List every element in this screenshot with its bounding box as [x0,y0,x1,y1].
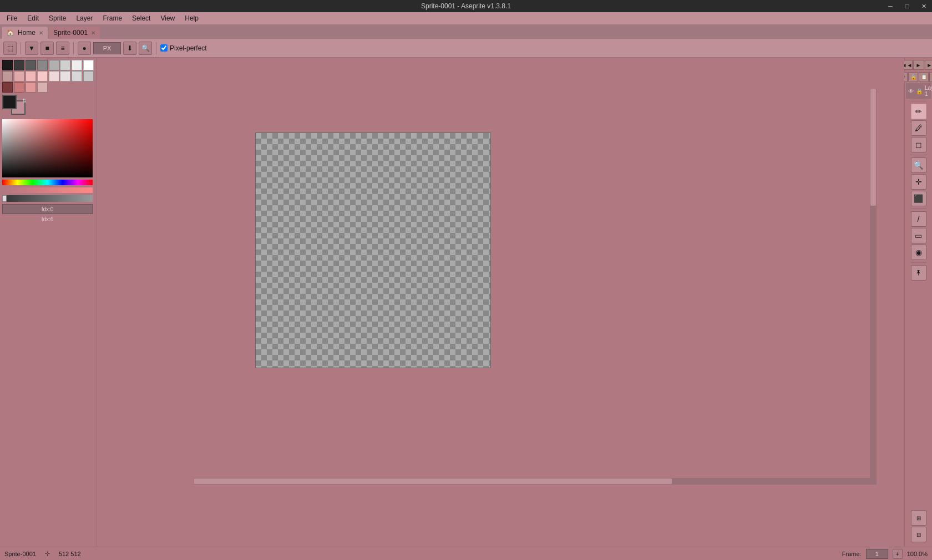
value-gradient [2,119,93,177]
swatch-11[interactable] [37,71,48,82]
preview-btn[interactable]: ⊟ [911,527,926,542]
menu-select[interactable]: Select [128,13,155,23]
color-picker-area: Idx:0 Idx:6 [0,117,97,547]
menu-sprite[interactable]: Sprite [44,13,70,23]
tool-brush[interactable]: ● [78,42,91,55]
swatch-8[interactable] [2,71,13,82]
color-gradient[interactable] [2,119,93,177]
content-area: ⇅ Idx:0 Idx:6 [0,58,932,547]
tool-pencil-btn[interactable]: 🖉 [911,120,926,136]
swatch-13[interactable] [60,71,70,82]
swatch-1[interactable] [14,60,24,70]
app-title: Sprite-0001 - Aseprite v1.3.8.1 [421,2,511,10]
grid-settings-btn[interactable]: ⊞ [911,510,926,526]
tool-pen-btn[interactable]: ✏ [911,104,926,119]
anim-next-btn[interactable]: ►| [925,60,933,70]
tool-dropper-btn[interactable]: 🖈 [911,265,926,281]
swatch-10[interactable] [26,71,36,82]
swatch-18[interactable] [26,82,36,93]
tab-sprite[interactable]: Sprite-0001 ✕ [49,27,100,39]
tool-marquee[interactable]: ⬚ [3,42,17,55]
minimize-button[interactable]: ─ [882,0,899,12]
tool-menu[interactable]: ≡ [56,42,69,55]
menu-view[interactable]: View [156,13,179,23]
menu-help[interactable]: Help [180,13,203,23]
frame-input[interactable] [866,549,888,559]
brush-size-input[interactable] [93,42,121,54]
swatch-12[interactable] [49,71,59,82]
tool-eraser-btn[interactable]: ◻ [911,137,926,152]
left-panel: ⇅ Idx:0 Idx:6 [0,58,97,547]
menu-layer[interactable]: Layer [72,13,97,23]
title-bar-controls: ─ □ ✕ [882,0,932,12]
rtool-sep-4 [911,262,926,263]
color-swatches [2,60,94,93]
canvas-area[interactable] [97,58,904,547]
frame-label: Frame: [842,551,862,557]
vertical-scrollbar[interactable] [870,89,877,478]
menu-frame[interactable]: Frame [98,13,126,23]
tab-bar: 🏠 Home ✕ Sprite-0001 ✕ [0,24,932,39]
swatch-16[interactable] [2,82,13,93]
alpha-bar[interactable] [2,187,93,193]
tool-magic-btn[interactable]: ◉ [911,245,926,260]
swap-colors-icon[interactable]: ⇅ [22,98,27,104]
swatch-6[interactable] [72,60,82,70]
horizontal-scrollbar[interactable] [194,478,877,485]
layer-name-row: 👁 🔒 Layer 1 [906,83,931,99]
tab-sprite-close[interactable]: ✕ [91,30,95,36]
layer-view-icon[interactable]: 📋 [919,72,929,82]
hue-bar[interactable] [2,180,93,185]
maximize-button[interactable]: □ [899,0,915,12]
tool-move-btn[interactable]: ✛ [911,174,926,190]
swatch-19[interactable] [37,82,48,93]
layer-lock-icon[interactable]: 🔒 [908,72,918,82]
tool-zoom[interactable]: 🔍 [139,42,152,55]
slider-handle [2,195,7,202]
home-icon: 🏠 [7,29,14,37]
horizontal-scrollbar-thumb[interactable] [194,478,672,484]
tab-home-close[interactable]: ✕ [39,30,43,36]
tool-line-btn[interactable]: / [911,211,926,227]
right-panel-bottom: ⊞ ⊟ [911,510,926,544]
pixel-perfect-text: Pixel-perfect [170,44,207,52]
swatch-15[interactable] [83,71,94,82]
anim-play-btn[interactable]: ► [913,60,924,70]
layer-lock-status-icon: 🔒 [916,88,923,94]
swatch-0[interactable] [2,60,13,70]
tool-stop[interactable]: ■ [40,42,54,55]
sprite-name-label: Sprite-0001 [4,551,36,557]
tool-export[interactable]: ⬇ [123,42,136,55]
swatch-5[interactable] [60,60,70,70]
menu-edit[interactable]: Edit [23,13,43,23]
menu-file[interactable]: File [2,13,22,23]
swatch-2[interactable] [26,60,36,70]
menu-bar: File Edit Sprite Layer Frame Select View… [0,12,932,24]
vertical-scrollbar-thumb[interactable] [870,89,876,206]
swatch-7[interactable] [83,60,94,70]
swatch-4[interactable] [49,60,59,70]
swatch-14[interactable] [72,71,82,82]
tool-rect-btn[interactable]: ▭ [911,228,926,243]
sprite-canvas[interactable] [255,133,491,368]
close-button[interactable]: ✕ [915,0,932,12]
swatch-17[interactable] [14,82,24,93]
tab-home-label: Home [18,29,36,37]
color-slider[interactable] [2,195,93,202]
title-bar: Sprite-0001 - Aseprite v1.3.8.1 ─ □ ✕ [0,0,932,12]
tool-down[interactable]: ▼ [25,42,38,55]
layer-visibility-icon[interactable]: 👁 [908,88,914,94]
idx-label-bottom: Idx:6 [2,216,93,222]
pixel-perfect-checkbox[interactable] [160,44,168,52]
pixel-perfect-label[interactable]: Pixel-perfect [160,44,207,52]
tool-bucket-btn[interactable]: ⬛ [911,191,926,206]
tool-zoom-btn[interactable]: 🔍 [911,157,926,173]
swatch-3[interactable] [37,60,48,70]
swatch-9[interactable] [14,71,24,82]
toolbar-sep-2 [73,42,74,54]
layer-options-icon[interactable]: ⋯ [929,72,932,82]
fg-color-swatch[interactable] [2,95,17,109]
frame-plus-btn[interactable]: + [893,549,903,559]
cursor-icon: ⊹ [45,550,50,557]
tab-home[interactable]: 🏠 Home ✕ [2,27,48,39]
